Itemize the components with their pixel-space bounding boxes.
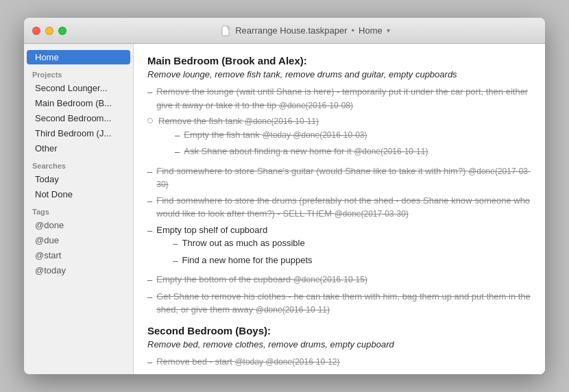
sidebar-item-main-bedroom[interactable]: Main Bedroom (B... [27,96,130,110]
task-item: – Remove bed - start @today @done(2016-1… [147,355,531,369]
task-item: – Get Shane to remove his clothes - he c… [147,290,531,317]
subtask-item: – Throw out as much as possible [173,236,531,251]
sidebar-item-second-lounger[interactable]: Second Lounger... [27,81,130,95]
task-text: Find a new home for the puppets [182,254,312,267]
task-text: Remove the lounge (wait until Shane is h… [156,85,531,112]
task-dash: – [147,224,152,238]
section-title-main-bedroom: Main Bedroom (Brook and Alex): [147,55,531,66]
dropdown-arrow[interactable]: ▾ [387,27,390,34]
task-text: Empty the bottom of the cupboard @done(2… [156,273,367,286]
sidebar-section-projects: Projects [24,65,133,80]
sidebar-item-tag-today[interactable]: @today [27,263,130,278]
subtask-item: – Ask Shane about finding a new home for… [175,145,531,159]
sidebar-item-tag-start[interactable]: @start [27,248,130,262]
traffic-lights [32,27,66,35]
task-text: Empty the fish tank @today @done(2016-10… [184,128,367,142]
task-text: Find somewhere to store the drums (prefe… [156,194,531,221]
section-main-bedroom: Main Bedroom (Brook and Alex): Remove lo… [147,55,531,317]
window-title: Rearrange House.taskpaper [235,25,347,36]
task-dash: – [173,237,178,251]
task-text: Empty top shelf of cupboard [156,225,267,235]
section-second-bedroom: Second Bedroom (Boys): Remove bed, remov… [147,325,531,369]
task-text: Throw out as much as possible [182,236,304,250]
subtask-item: – Empty the fish tank @today @done(2016-… [175,128,531,143]
minimize-button[interactable] [45,27,53,35]
task-item: – Empty top shelf of cupboard – Throw ou… [147,223,531,271]
task-dash: – [147,195,152,208]
sidebar-item-tag-done[interactable]: @done [27,218,130,232]
tag-done: @done(2016-10-11) [245,117,319,126]
title-separator: • [352,25,355,36]
title-bar: Rearrange House.taskpaper • Home ▾ [24,18,545,44]
tag-done: @done(2017-03-30) [156,167,531,190]
subtask-item: – Find a new home for the puppets [173,254,531,268]
tag-today-done: @today @done(2016-10-03) [262,130,367,140]
tag-done: @done(2016-10-11) [354,147,428,156]
sidebar: Home Projects Second Lounger... Main Bed… [24,44,134,374]
task-dash: – [147,273,152,287]
sidebar-item-third-bedroom[interactable]: Third Bedroom (J... [27,126,130,140]
task-text: Get Shane to remove his clothes - he can… [156,290,531,317]
sidebar-item-today[interactable]: Today [27,172,130,186]
sidebar-section-searches: Searches [24,156,133,171]
sidebar-item-other[interactable]: Other [27,141,130,156]
sidebar-section-tags: Tags [24,202,133,217]
tag-done: @done(2016-10-08) [279,101,353,110]
section-subtitle-second-bedroom: Remove bed, remove clothes, remove drums… [147,339,531,350]
section-subtitle-main-bedroom: Remove lounge, remove fish tank, remove … [147,69,531,79]
tag-done: @done(2016-10-15) [293,275,367,284]
sidebar-item-home[interactable]: Home [27,50,130,64]
main-window: Rearrange House.taskpaper • Home ▾ Home … [24,18,545,374]
maximize-button[interactable] [58,27,66,35]
task-item: Remove the fish tank @done(2016-10-11) –… [147,114,531,162]
task-dash: – [147,291,152,304]
sidebar-item-not-done[interactable]: Not Done [27,187,130,201]
task-text: Remove the fish tank @done(2016-10-11) [158,116,319,126]
window-subtitle: Home [359,25,383,36]
task-dash: – [147,86,152,99]
task-text: Ask Shane about finding a new home for i… [184,145,428,158]
main-layout: Home Projects Second Lounger... Main Bed… [24,44,545,374]
task-item: – Find somewhere to store the drums (pre… [147,194,531,221]
section-title-second-bedroom: Second Bedroom (Boys): [147,325,531,336]
task-dash: – [175,145,180,159]
task-item: – Empty the bottom of the cupboard @done… [147,273,531,287]
document-icon [221,25,231,36]
task-text: Remove bed - start @today @done(2016-10-… [156,355,339,369]
task-dash: – [147,356,152,369]
task-dash: – [173,254,178,268]
task-dash: – [147,165,152,179]
task-item: – Remove the lounge (wait until Shane is… [147,85,531,112]
tag-done: @done(2017-03-30) [335,209,409,219]
title-bar-center: Rearrange House.taskpaper • Home ▾ [75,25,537,36]
sidebar-item-tag-due[interactable]: @due [27,233,130,247]
tag-done: @done(2016-10-11) [256,305,330,315]
bullet-icon [147,118,153,123]
content-area[interactable]: Main Bedroom (Brook and Alex): Remove lo… [134,44,545,374]
task-dash: – [175,129,180,143]
tag-today-done: @today @done(2016-10-12) [234,357,339,367]
sidebar-item-second-bedroom[interactable]: Second Bedroom... [27,111,130,125]
task-item: – Find somewhere to store Shane's guitar… [147,164,531,191]
task-text: Find somewhere to store Shane's guitar (… [156,164,531,191]
close-button[interactable] [32,27,40,35]
